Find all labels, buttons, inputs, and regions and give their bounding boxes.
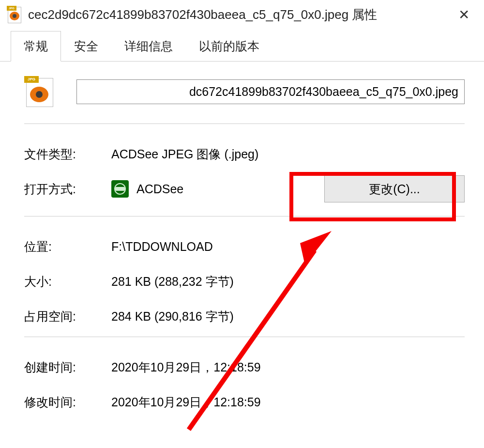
location-value: F:\TDDOWNLOAD bbox=[111, 240, 465, 254]
created-label: 创建时间: bbox=[24, 359, 111, 375]
change-button[interactable]: 更改(C)... bbox=[324, 175, 465, 202]
tab-content-general: JPG dc672c41899b83702f430baeea_c5_q75_0x… bbox=[0, 62, 484, 419]
window-title: cec2d9dc672c41899b83702f430baeea_c5_q75_… bbox=[28, 6, 447, 23]
size-on-disk-value: 284 KB (290,816 字节) bbox=[111, 309, 465, 324]
file-type-label: 文件类型: bbox=[24, 146, 111, 162]
size-value: 281 KB (288,232 字节) bbox=[111, 274, 465, 290]
size-on-disk-label: 占用空间: bbox=[24, 309, 111, 324]
tab-bar: 常规 安全 详细信息 以前的版本 bbox=[0, 31, 484, 62]
size-label: 大小: bbox=[24, 274, 111, 290]
tab-details[interactable]: 详细信息 bbox=[111, 31, 186, 61]
divider bbox=[24, 124, 465, 124]
location-label: 位置: bbox=[24, 239, 111, 255]
divider bbox=[24, 216, 465, 216]
close-icon[interactable]: ✕ bbox=[453, 7, 475, 23]
created-value: 2020年10月29日，12:18:59 bbox=[111, 359, 465, 375]
filename-input[interactable]: dc672c41899b83702f430baeea_c5_q75_0x0.jp… bbox=[76, 79, 465, 104]
file-type-value: ACDSee JPEG 图像 (.jpeg) bbox=[111, 146, 465, 162]
tab-previous-versions[interactable]: 以前的版本 bbox=[186, 31, 272, 61]
tab-security[interactable]: 安全 bbox=[61, 31, 111, 61]
modified-label: 修改时间: bbox=[24, 394, 111, 410]
jpeg-file-icon: JPG bbox=[24, 76, 55, 107]
jpeg-file-icon: JPG bbox=[7, 6, 22, 23]
open-with-label: 打开方式: bbox=[24, 181, 111, 197]
divider bbox=[24, 337, 465, 337]
modified-value: 2020年10月29日，12:18:59 bbox=[111, 394, 465, 410]
titlebar: JPG cec2d9dc672c41899b83702f430baeea_c5_… bbox=[0, 0, 484, 31]
open-with-value: ACDSee bbox=[136, 182, 183, 196]
tab-general[interactable]: 常规 bbox=[11, 31, 61, 62]
acdsee-app-icon bbox=[111, 180, 129, 198]
